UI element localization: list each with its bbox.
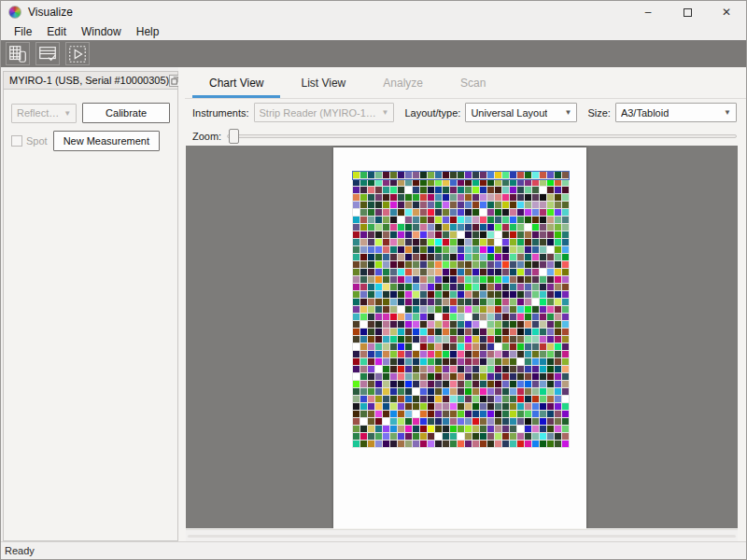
- analyze-tool-button[interactable]: [65, 42, 90, 65]
- zoom-slider[interactable]: [227, 129, 737, 144]
- color-patch: [398, 306, 404, 313]
- color-patch: [443, 299, 449, 305]
- color-patch: [353, 239, 359, 245]
- menu-edit[interactable]: Edit: [39, 24, 74, 39]
- close-button[interactable]: ✕: [707, 1, 746, 23]
- color-patch: [360, 209, 367, 216]
- list-view-tool-button[interactable]: [35, 42, 60, 65]
- color-patch: [510, 343, 516, 350]
- color-patch: [562, 217, 569, 223]
- color-patch: [510, 418, 516, 425]
- color-patch: [368, 411, 374, 417]
- size-select[interactable]: A3/Tabloid ▼: [615, 103, 737, 122]
- color-patch: [413, 299, 419, 305]
- color-patch: [540, 351, 546, 357]
- color-patch: [413, 388, 419, 395]
- color-patch: [495, 433, 501, 440]
- color-patch: [360, 403, 367, 410]
- color-patch: [465, 202, 472, 208]
- color-patch: [472, 418, 479, 425]
- layout-type-select[interactable]: Universal Layout ▼: [465, 103, 577, 122]
- color-patch: [368, 276, 374, 283]
- new-measurement-button[interactable]: New Measurement: [53, 131, 160, 151]
- menu-help[interactable]: Help: [129, 24, 167, 39]
- color-patch: [428, 358, 434, 365]
- tab-chart-view[interactable]: Chart View: [192, 73, 280, 98]
- color-patch: [495, 396, 501, 402]
- color-patch: [390, 314, 397, 320]
- color-patch: [517, 202, 524, 208]
- color-patch: [375, 388, 382, 395]
- color-patch: [532, 329, 539, 335]
- color-patch: [390, 276, 397, 283]
- color-patch: [480, 172, 486, 178]
- color-patch: [525, 336, 531, 343]
- color-patch: [517, 261, 524, 268]
- color-patch: [472, 314, 479, 320]
- color-patch: [540, 366, 546, 372]
- color-patch: [360, 329, 367, 335]
- menu-file[interactable]: File: [7, 24, 39, 39]
- color-patch: [353, 231, 359, 238]
- maximize-button[interactable]: [668, 1, 707, 23]
- menu-bar: FileEditWindowHelp: [1, 23, 746, 40]
- color-patch: [510, 224, 516, 231]
- color-patch: [435, 239, 442, 245]
- measurement-chart-icon: [7, 44, 28, 64]
- color-patch: [443, 254, 449, 260]
- color-patch: [555, 336, 561, 343]
- color-patch: [383, 231, 389, 238]
- color-patch: [383, 396, 389, 402]
- color-patch: [360, 276, 367, 283]
- zoom-slider-track[interactable]: [227, 134, 737, 138]
- calibrate-button[interactable]: Calibrate: [82, 103, 170, 123]
- color-patch: [390, 336, 397, 343]
- color-patch: [495, 336, 501, 343]
- color-patch: [502, 231, 509, 238]
- color-patch: [555, 321, 561, 328]
- color-patch: [495, 239, 501, 245]
- tab-list-view[interactable]: List View: [284, 73, 362, 98]
- color-patch: [480, 224, 486, 231]
- color-patch: [555, 396, 561, 402]
- color-patch: [443, 396, 449, 402]
- color-patch: [428, 321, 434, 328]
- color-patch: [487, 209, 494, 216]
- instruments-label: Instruments:: [192, 107, 249, 119]
- color-patch: [360, 179, 367, 186]
- color-patch: [465, 172, 472, 178]
- color-patch: [443, 314, 449, 320]
- color-patch: [413, 239, 419, 245]
- color-patch: [562, 306, 569, 313]
- color-patch: [405, 179, 412, 186]
- color-patch: [502, 381, 509, 387]
- color-patch: [502, 194, 509, 201]
- color-patch: [443, 441, 449, 447]
- color-patch: [525, 224, 531, 231]
- color-patch: [443, 231, 449, 238]
- color-patch: [517, 254, 524, 260]
- chart-canvas[interactable]: [186, 146, 738, 528]
- menu-window[interactable]: Window: [74, 24, 129, 39]
- color-patch: [472, 321, 479, 328]
- color-patch: [510, 202, 516, 208]
- horizontal-scrollbar[interactable]: [186, 529, 738, 541]
- zoom-slider-handle[interactable]: [229, 129, 239, 144]
- color-patch: [353, 224, 359, 231]
- color-patch: [525, 299, 531, 305]
- color-patch: [443, 388, 449, 395]
- color-patch: [472, 239, 479, 245]
- color-patch: [458, 388, 464, 395]
- color-patch: [562, 202, 569, 208]
- color-patch: [525, 403, 531, 410]
- color-patch: [555, 172, 561, 178]
- new-measurement-chart-button[interactable]: [6, 42, 30, 65]
- color-patch: [502, 336, 509, 343]
- color-patch: [517, 433, 524, 440]
- color-patch: [420, 306, 427, 313]
- color-patch: [383, 441, 389, 447]
- minimize-button[interactable]: –: [628, 1, 668, 23]
- color-patch: [443, 433, 449, 440]
- color-patch: [472, 276, 479, 283]
- color-patch: [540, 314, 546, 320]
